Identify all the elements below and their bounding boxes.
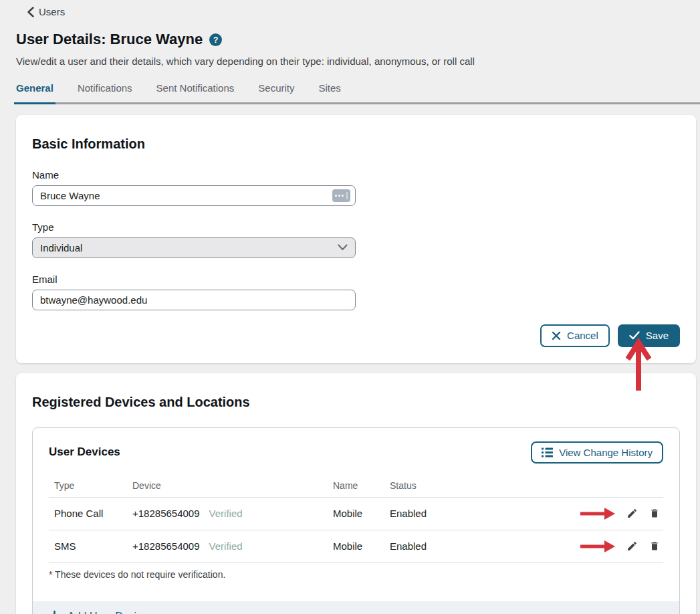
device-name-cell: Mobile: [333, 508, 390, 519]
row-actions: [550, 538, 663, 555]
registered-devices-heading: Registered Devices and Locations: [32, 395, 680, 410]
pencil-icon: [626, 540, 638, 552]
user-devices-table: Type Device Name Status Phone Call +1828…: [49, 474, 663, 590]
device-name-cell: Mobile: [333, 540, 390, 552]
pencil-icon: [626, 508, 638, 519]
name-input[interactable]: [32, 185, 356, 206]
table-header-row: Type Device Name Status: [49, 474, 663, 498]
name-label: Name: [32, 169, 356, 181]
device-type-cell: SMS: [49, 540, 132, 552]
type-select-value: Individual: [40, 242, 82, 253]
form-actions: Cancel Save: [32, 324, 680, 347]
trash-icon: [649, 508, 660, 519]
type-field-group: Type Individual: [32, 221, 356, 258]
add-user-device-button[interactable]: Add User Device: [49, 611, 148, 614]
ellipsis-adornment-icon[interactable]: [332, 189, 350, 202]
red-arrow-up-annotation-icon: [624, 337, 653, 392]
column-header-name: Name: [333, 480, 390, 491]
plus-icon: [49, 611, 60, 614]
tab-sites[interactable]: Sites: [317, 82, 343, 104]
cancel-button[interactable]: Cancel: [540, 324, 610, 347]
device-number: +18285654009: [132, 508, 200, 519]
registered-devices-card: Registered Devices and Locations User De…: [16, 373, 696, 614]
email-input[interactable]: [32, 290, 356, 310]
chevron-left-icon: [27, 7, 34, 17]
view-change-history-label: View Change History: [559, 447, 653, 458]
edit-device-button[interactable]: [623, 538, 640, 555]
email-field-group: Email: [32, 274, 356, 310]
column-header-type: Type: [49, 480, 132, 491]
table-row: Phone Call +18285654009Verified Mobile E…: [49, 498, 663, 530]
verification-status: Verified: [209, 508, 243, 519]
tab-notifications[interactable]: Notifications: [76, 82, 134, 104]
tab-sent-notifications[interactable]: Sent Notifications: [154, 82, 237, 104]
cancel-button-label: Cancel: [567, 330, 598, 341]
user-devices-panel: User Devices View Change History Type De…: [32, 427, 680, 614]
tab-general[interactable]: General: [14, 82, 55, 104]
user-devices-title: User Devices: [49, 445, 120, 459]
tab-bar: General Notifications Sent Notifications…: [14, 82, 700, 104]
tab-security[interactable]: Security: [256, 82, 296, 104]
device-cell: +18285654009Verified: [132, 508, 333, 519]
column-header-device: Device: [132, 480, 333, 491]
red-arrow-right-annotation-icon: [579, 506, 616, 521]
row-actions: [550, 505, 663, 522]
list-icon: [542, 447, 553, 457]
page-subtitle: View/edit a user and their details, whic…: [16, 56, 700, 67]
question-mark-icon[interactable]: ?: [209, 33, 222, 46]
page-title-row: User Details: Bruce Wayne ?: [16, 31, 700, 48]
name-field-group: Name: [32, 169, 356, 206]
edit-device-button[interactable]: [623, 505, 640, 522]
table-row: SMS +18285654009Verified Mobile Enabled: [49, 530, 663, 563]
device-status-cell: Enabled: [390, 508, 550, 519]
x-icon: [552, 331, 561, 340]
basic-information-card: Basic Information Name Type Individual E…: [16, 115, 696, 363]
red-arrow-right-annotation-icon: [579, 539, 616, 554]
add-user-device-label: Add User Device: [68, 611, 148, 614]
verification-footnote: * These devices do not require verificat…: [49, 563, 663, 590]
email-label: Email: [32, 274, 356, 285]
panel-footer: Add User Device: [33, 601, 679, 614]
view-change-history-button[interactable]: View Change History: [531, 441, 663, 464]
verification-status: Verified: [209, 540, 243, 552]
type-label: Type: [32, 221, 356, 233]
delete-device-button[interactable]: [646, 505, 663, 522]
delete-device-button[interactable]: [646, 538, 663, 555]
trash-icon: [649, 540, 660, 552]
type-select[interactable]: Individual: [32, 237, 356, 258]
back-link-label: Users: [39, 6, 65, 17]
chevron-down-icon: [338, 244, 348, 251]
device-status-cell: Enabled: [390, 540, 550, 552]
device-number: +18285654009: [132, 540, 200, 552]
device-cell: +18285654009Verified: [132, 540, 333, 552]
column-header-status: Status: [390, 480, 550, 491]
device-type-cell: Phone Call: [49, 508, 132, 519]
back-to-users-link[interactable]: Users: [27, 6, 65, 17]
basic-information-heading: Basic Information: [32, 136, 680, 152]
user-devices-panel-header: User Devices View Change History: [33, 428, 679, 474]
page-title: User Details: Bruce Wayne: [16, 31, 203, 48]
